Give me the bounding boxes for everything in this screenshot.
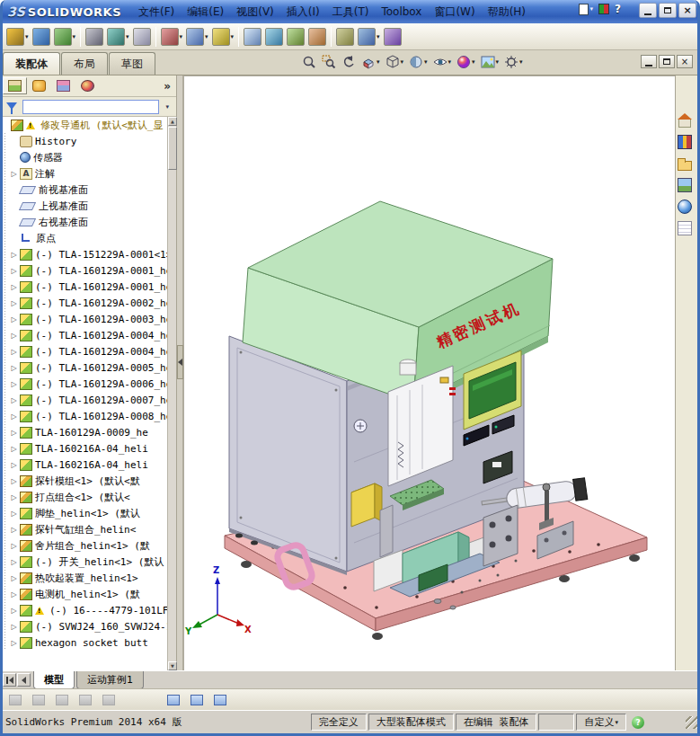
expand-arrow-icon[interactable]: ▷ [9, 315, 19, 324]
tree-item[interactable]: ▷hexagon socket butt [9, 634, 167, 651]
dropdown-caret-icon[interactable]: ▾ [401, 58, 404, 66]
file-explorer-button[interactable] [676, 153, 694, 174]
exploded-view-button[interactable] [263, 25, 285, 49]
dropdown-caret-icon[interactable]: ▾ [25, 33, 29, 40]
measure-button[interactable] [334, 25, 356, 49]
tree-item[interactable]: 原点 [9, 230, 167, 246]
tree-item[interactable]: ▷(-) TLA-160129A-0003_he [9, 311, 167, 327]
tree-item[interactable]: ▷舍片组合_helin<1> (默 [9, 537, 167, 554]
expand-arrow-icon[interactable]: ▷ [9, 267, 19, 275]
scroll-up-icon[interactable]: ▲ [168, 117, 177, 126]
view-settings-button[interactable]: ▾ [502, 54, 525, 70]
expand-arrow-icon[interactable]: ▷ [9, 510, 19, 518]
show-hidden-components-button[interactable] [131, 25, 153, 49]
dropdown-caret-icon[interactable]: ▾ [519, 58, 523, 66]
explode-line-sketch-button[interactable] [285, 25, 306, 49]
dropdown-caret-icon[interactable]: ▾ [180, 33, 183, 40]
tree-item[interactable]: ▷TLA-160129A-0009_he [9, 424, 167, 440]
custom-properties-button[interactable] [676, 217, 694, 239]
expand-arrow-icon[interactable]: ▷ [9, 283, 19, 291]
graphics-viewport[interactable]: 精密测试机 [183, 75, 675, 670]
new-motion-study-button[interactable]: ▾ [210, 25, 236, 49]
dropdown-caret-icon[interactable]: ▾ [496, 58, 500, 66]
zoom-fit-button[interactable] [300, 54, 318, 70]
maximize-button[interactable] [659, 3, 677, 18]
window-tile-horizontal-button[interactable] [187, 691, 207, 708]
tree-item[interactable]: ▷(-) 开关_helin<1> (默认 [9, 554, 167, 570]
interference-detection-button[interactable] [306, 25, 328, 49]
close-button[interactable]: × [678, 3, 696, 18]
expand-arrow-icon[interactable]: ▷ [9, 412, 19, 421]
tab-sketch[interactable]: 草图 [109, 52, 155, 75]
tab-scroll-left-button[interactable] [17, 673, 31, 687]
expand-arrow-icon[interactable]: ▷ [9, 429, 19, 437]
previous-view-button[interactable] [340, 54, 358, 70]
tree-item[interactable]: ▷(-) TLA-160129A-0006_he [9, 376, 167, 392]
expand-arrow-icon[interactable]: ▷ [9, 445, 19, 453]
mate-button[interactable] [31, 25, 52, 49]
expand-arrow-icon[interactable]: ▷ [9, 396, 19, 404]
dropdown-caret-icon[interactable]: ▾ [377, 33, 380, 40]
bill-of-materials-button[interactable] [242, 25, 263, 49]
resize-grip[interactable] [686, 716, 698, 729]
tree-item[interactable]: 修改导通机 (默认<默认_显 [0, 117, 167, 133]
insert-components-button[interactable]: ▾ [4, 25, 31, 49]
tab-motion-study[interactable]: 运动算例1 [76, 671, 144, 689]
menu-item-4[interactable]: 插入(I) [280, 0, 326, 23]
expand-arrow-icon[interactable]: ▷ [9, 542, 19, 550]
tree-item[interactable]: ▷脚垫_helin<1> (默认 [9, 505, 167, 521]
panel-tab-propertymanager[interactable] [27, 77, 51, 94]
window-cascade-button[interactable] [164, 691, 183, 708]
tree-item[interactable]: 传感器 [9, 149, 167, 165]
panel-tabs-overflow[interactable]: » [164, 80, 171, 93]
tree-item[interactable]: ▷TLA-160216A-04_heli [9, 440, 167, 457]
tree-item[interactable]: ▷打点组合<1> (默认< [9, 489, 167, 505]
menu-item-2[interactable]: 编辑(E) [181, 0, 230, 23]
tree-item[interactable]: ▷(-) TLA-160129A-0001_he [9, 279, 167, 295]
tree-item[interactable]: ▷(-) TLA-160129A-0004_he [9, 327, 167, 343]
tree-item[interactable]: ▷探针气缸组合_helin< [9, 521, 167, 537]
hide-show-items-button[interactable]: ▾ [431, 54, 454, 70]
expand-arrow-icon[interactable]: ▷ [9, 251, 19, 259]
section-view-tool-button[interactable]: ▾ [356, 25, 382, 49]
panel-tab-featuremanager[interactable] [3, 77, 27, 94]
tab-model[interactable]: 模型 [33, 671, 75, 689]
tree-item[interactable]: 前视基准面 [9, 182, 167, 198]
quick-tip-help-icon[interactable] [632, 716, 644, 729]
linear-component-pattern-button[interactable]: ▾ [52, 25, 78, 49]
expand-arrow-icon[interactable]: ▷ [9, 348, 19, 356]
design-library-button[interactable] [676, 131, 694, 153]
expand-arrow-icon[interactable]: ▷ [9, 461, 19, 469]
scrollbar-thumb[interactable] [168, 127, 177, 170]
apply-scene-button[interactable]: ▾ [479, 54, 501, 70]
expand-arrow-icon[interactable]: ▷ [9, 574, 19, 582]
tab-layout[interactable]: 布局 [61, 52, 108, 75]
view-palette-button[interactable] [676, 174, 694, 196]
expand-arrow-icon[interactable]: ▷ [9, 590, 19, 599]
dropdown-caret-icon[interactable]: ▾ [448, 58, 452, 66]
dropdown-caret-icon[interactable]: ▾ [472, 58, 475, 66]
new-document-button[interactable]: ▾ [579, 4, 594, 15]
tree-item[interactable]: 右视基准面 [9, 214, 167, 230]
tab-assembly[interactable]: 装配体 [3, 52, 60, 75]
dropdown-caret-icon[interactable]: ▾ [73, 33, 76, 40]
display-style-button[interactable]: ▾ [407, 54, 430, 70]
expand-arrow-icon[interactable]: ▷ [9, 558, 19, 566]
tree-item[interactable]: ▷(-) TLA-160129A-0004_he [9, 343, 167, 359]
tree-item[interactable]: ▷探针模组<1> (默认<默 [9, 473, 167, 489]
document-close-button[interactable]: × [677, 55, 693, 68]
option-toggle-button[interactable] [598, 4, 609, 14]
reference-geometry-button[interactable]: ▾ [184, 25, 210, 49]
tree-scrollbar[interactable]: ▲ ▼ [167, 117, 176, 670]
expand-arrow-icon[interactable]: ▷ [9, 364, 19, 372]
tree-item[interactable]: ▷TLA-160216A-04_heli [9, 457, 167, 473]
expand-arrow-icon[interactable]: ▷ [9, 332, 19, 340]
tree-item[interactable]: ▷(-) TLA-160129A-0001_he [9, 262, 167, 279]
filter-caret-icon[interactable]: ▾ [165, 103, 169, 111]
window-tile-vertical-button[interactable] [210, 691, 230, 708]
move-component-button[interactable]: ▾ [105, 25, 131, 49]
scroll-down-icon[interactable]: ▼ [168, 661, 177, 670]
help-button[interactable]: ? [615, 3, 621, 15]
tree-item[interactable]: ▷注解 [9, 165, 167, 182]
tree-item[interactable]: ▷热吹起装置_helin<1> [9, 570, 167, 586]
